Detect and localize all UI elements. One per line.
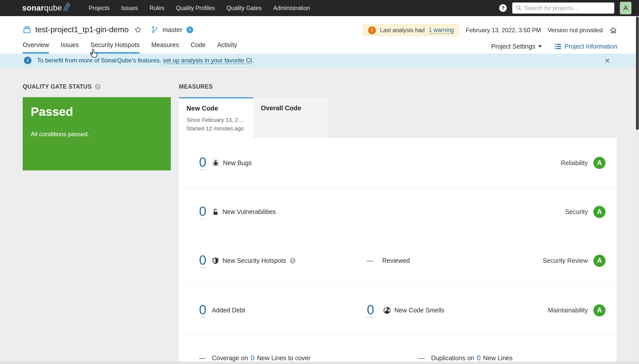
overview-content: QUALITY GATE STATUS ? Passed All conditi… [0,67,639,364]
new-bugs-metric: 0 New Bugs [199,156,252,170]
new-vulnerabilities-label: New Vulnerabilities [222,208,276,215]
analysis-meta: ! Last analysis had 1 warning February 1… [363,24,617,36]
new-hotspots-metric: 0 New Security Hotspots ? [199,253,296,268]
project-title-row: test-project1_tp1-gin-demo master + [23,25,193,34]
banner-ci-link[interactable]: set up analysis in your favorite CI [163,57,252,64]
overall-code-label: Overall Code [261,104,320,112]
project-actions: Project Settings Project Information [491,43,617,50]
open-lock-icon [212,208,219,216]
warning-count-link[interactable]: 1 warning [429,27,454,34]
duplications-value: — [418,354,425,362]
quality-gate-status: Passed [31,105,163,119]
sonarqube-logo[interactable]: sonarqube [22,4,71,13]
duplications-prefix: Duplications on [431,354,474,362]
maintainability-row: 0 Added Debt 0 New Code Smells [179,286,617,335]
bug-icon [212,159,219,167]
nav-issues[interactable]: Issues [121,5,138,12]
new-bugs-count-link[interactable]: 0 [199,156,206,170]
main-menu: Projects Issues Rules Quality Profiles Q… [89,5,310,12]
project-name: test-project1_tp1-gin-demo [35,25,129,34]
top-navigation-bar: sonarqube Projects Issues Rules Quality … [0,0,639,16]
measures-tabs: New Code Since February 13, 2… Started 1… [179,97,617,138]
logo-waves-icon [63,2,71,12]
coverage-suffix: New Lines to cover [257,354,311,362]
added-debt-label: Added Debt [212,307,245,314]
tab-security-hotspots[interactable]: Security Hotspots [90,41,140,54]
ci-info-banner: i To benefit from more of SonarQube's fe… [0,54,639,67]
new-code-smells-label: New Code Smells [394,307,444,314]
close-icon[interactable]: × [605,56,610,65]
new-code-smells-metric: 0 New Code Smells [367,303,444,318]
nav-quality-gates[interactable]: Quality Gates [227,5,262,12]
coverage-cell: — Coverage on 0 New Lines to cover [179,336,398,362]
coverage-prefix: Coverage on [212,354,248,362]
nav-projects[interactable]: Projects [89,5,110,12]
quality-gate-subtext: All conditions passed. [31,131,163,138]
project-settings-dropdown[interactable]: Project Settings [491,43,542,50]
new-vulnerabilities-count-link[interactable]: 0 [199,205,206,219]
quality-gate-help-icon[interactable]: ? [95,84,101,90]
tab-overview[interactable]: Overview [23,41,49,54]
tab-measures[interactable]: Measures [151,41,179,54]
reviewed-value: — [367,257,373,264]
vertical-scrollbar-thumb[interactable] [636,17,639,130]
tab-overall-code[interactable]: Overall Code [253,97,328,138]
security-row: 0 New Vulnerabilities Security A [179,188,617,236]
add-branch-icon[interactable]: + [186,26,193,33]
new-lines-link[interactable]: 0 [477,354,481,362]
reviewed-label: Reviewed [382,257,410,264]
added-debt-count-link[interactable]: 0 [199,303,206,318]
new-hotspots-label: New Security Hotspots [222,257,286,264]
new-lines-to-cover-link[interactable]: 0 [250,354,254,362]
new-code-smells-count-link[interactable]: 0 [367,303,374,318]
coverage-duplications-row: — Coverage on 0 New Lines to cover — Dup… [179,335,617,363]
new-code-period: Since February 13, 2… Started 12 minutes… [186,116,246,133]
analysis-warning-badge: ! Last analysis had 1 warning [363,24,459,36]
favorite-star-icon[interactable] [134,26,142,33]
analysis-date: February 13, 2022, 3:50 PM [466,27,541,34]
new-hotspots-count-link[interactable]: 0 [199,253,206,268]
nav-administration[interactable]: Administration [273,5,310,12]
reliability-row: 0 New Bugs Reliability A [179,138,617,188]
help-icon[interactable]: ? [499,4,507,12]
duplications-cell: — Duplications on 0 New Lines [398,336,617,362]
maintainability-label: Maintainability [548,307,588,314]
global-search[interactable] [512,3,614,14]
nav-quality-profiles[interactable]: Quality Profiles [176,5,215,12]
coverage-value: — [199,354,205,362]
search-icon [516,5,522,11]
tab-issues[interactable]: Issues [60,41,79,54]
quality-gate-status-box: Passed All conditions passed. [23,97,171,170]
search-input[interactable] [524,5,611,12]
tab-code[interactable]: Code [190,41,206,54]
home-icon[interactable] [609,26,617,34]
nav-rules[interactable]: Rules [149,5,164,12]
tab-activity[interactable]: Activity [217,41,237,54]
info-icon: i [24,57,31,64]
warning-icon: ! [368,26,376,34]
new-bugs-label: New Bugs [223,159,252,167]
added-debt-metric: 0 Added Debt [199,303,245,318]
version-label: Version not provided [548,27,603,34]
chevron-down-icon [538,45,542,48]
security-review-row: 0 New Security Hotspots ? — Reviewed [179,236,617,286]
new-vulnerabilities-metric: 0 New Vulnerabilities [199,205,276,219]
project-information-label: Project Information [564,43,617,50]
user-avatar[interactable]: A [620,2,631,14]
list-icon [554,43,561,50]
project-information-link[interactable]: Project Information [554,43,617,50]
branch-icon [151,26,158,34]
banner-text: To benefit from more of SonarQube's feat… [37,57,254,64]
nav-right-group: ? A [499,2,631,14]
security-label: Security [565,208,588,215]
code-smell-icon [383,307,391,314]
shield-icon [212,257,219,265]
maintainability-rating-badge: A [593,304,605,316]
bottom-edge-strip [0,362,639,364]
measures-heading: MEASURES [179,83,617,90]
tab-new-code[interactable]: New Code Since February 13, 2… Started 1… [179,97,253,138]
quality-gate-section: QUALITY GATE STATUS ? Passed All conditi… [23,83,171,170]
hotspots-help-icon[interactable]: ? [290,258,296,264]
reliability-label: Reliability [561,159,588,167]
warning-text: Last analysis had [380,27,425,34]
